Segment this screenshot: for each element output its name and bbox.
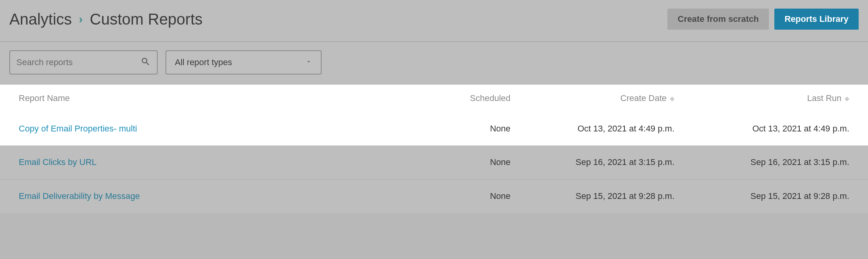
breadcrumb-current: Custom Reports [90,11,203,28]
created-cell: Oct 13, 2021 at 4:49 p.m. [526,124,690,134]
filters-bar: All report types [0,42,868,85]
reports-library-button[interactable]: Reports Library [774,9,859,30]
column-header-scheduled[interactable]: Scheduled [448,93,526,103]
scheduled-cell: None [448,124,526,134]
table-row: Copy of Email Properties- multiNoneOct 1… [0,112,868,145]
page-header: Analytics › Custom Reports Create from s… [0,0,868,42]
create-from-scratch-button[interactable]: Create from scratch [667,9,769,30]
report-link[interactable]: Email Deliverability by Message [19,191,140,201]
dropdown-selected: All report types [175,57,232,67]
scheduled-cell: None [448,191,526,201]
sort-icon: ◆ [670,95,674,102]
last-run-cell: Sep 16, 2021 at 3:15 p.m. [690,157,849,167]
table-row: Email Clicks by URLNoneSep 16, 2021 at 3… [0,145,868,179]
report-link[interactable]: Copy of Email Properties- multi [19,124,137,133]
header-actions: Create from scratch Reports Library [667,9,859,30]
breadcrumb: Analytics › Custom Reports [9,11,203,28]
report-link[interactable]: Email Clicks by URL [19,157,96,167]
table-header-row: Report Name Scheduled Create Date ◆ Last… [0,85,868,112]
created-cell: Sep 15, 2021 at 9:28 p.m. [526,191,690,201]
created-cell: Sep 16, 2021 at 3:15 p.m. [526,157,690,167]
scheduled-cell: None [448,157,526,167]
column-header-last-run[interactable]: Last Run ◆ [690,93,849,103]
search-icon [141,57,151,68]
report-type-dropdown[interactable]: All report types [165,50,322,75]
chevron-down-icon [305,57,312,67]
chevron-right-icon: › [79,12,83,26]
column-header-name[interactable]: Report Name [19,93,448,103]
last-run-cell: Sep 15, 2021 at 9:28 p.m. [690,191,849,201]
sort-icon: ◆ [845,95,849,102]
table-row: Email Deliverability by MessageNoneSep 1… [0,179,868,213]
column-header-created[interactable]: Create Date ◆ [526,93,690,103]
last-run-cell: Oct 13, 2021 at 4:49 p.m. [690,124,849,134]
breadcrumb-root[interactable]: Analytics [9,11,72,28]
reports-table: Report Name Scheduled Create Date ◆ Last… [0,85,868,213]
search-box[interactable] [9,50,158,75]
search-input[interactable] [16,57,141,67]
